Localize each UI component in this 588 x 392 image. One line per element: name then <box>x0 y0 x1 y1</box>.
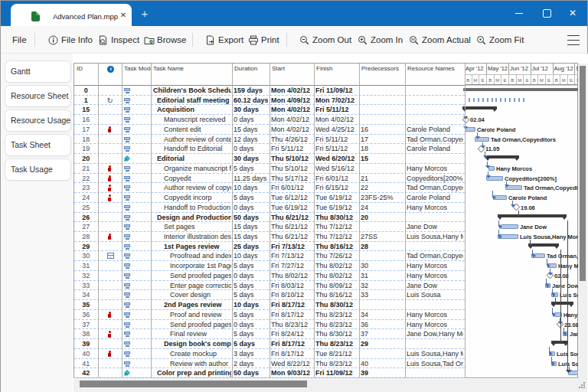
task-finish: Wed 5/16/12 <box>315 164 358 173</box>
column-header-Task Name[interactable]: Task Name <box>152 64 232 86</box>
task-predecessors: 31 <box>361 271 403 280</box>
task-bar[interactable] <box>501 224 518 229</box>
sidebar-item-resource-sheet[interactable]: Resource Sheet <box>5 85 71 107</box>
horizontal-scrollbar[interactable] <box>74 379 587 392</box>
task-start: Mon 4/02/12 <box>271 105 312 114</box>
main-area: IDiTask ModeTask NameDurationStartFinish… <box>73 54 588 392</box>
recurring-task-bar[interactable] <box>469 98 470 102</box>
zoom-fit-icon <box>476 35 486 45</box>
dependency-arrow <box>547 263 550 268</box>
task-duration: 159 days <box>234 86 268 95</box>
minimize-button[interactable] <box>513 7 525 19</box>
sidebar-item-gantt[interactable]: Gantt <box>5 60 71 83</box>
summary-bar[interactable] <box>462 106 497 109</box>
dependency-arrow <box>517 214 521 217</box>
task-start: Fri 7/13/12 <box>271 242 312 251</box>
recurring-task-bar[interactable] <box>473 98 475 102</box>
task-start: Fri 8/10/12 <box>271 290 312 299</box>
close-button[interactable]: ✕ <box>567 7 579 19</box>
vertical-scrollbar[interactable] <box>578 64 587 379</box>
toolbar: FileFile InfoInspectBrowseExportPrintZoo… <box>1 26 587 54</box>
task-id: 30 <box>76 251 96 260</box>
export-button[interactable]: Export <box>205 26 243 54</box>
resize-grip[interactable] <box>578 381 586 389</box>
recurring-task-bar[interactable] <box>523 98 524 102</box>
task-name: Incorporate 1st Pages <box>170 261 231 270</box>
recurring-task-bar[interactable] <box>482 98 484 102</box>
task-predecessors: 21 <box>361 174 403 183</box>
column-header-info[interactable]: i <box>99 64 122 86</box>
task-duration: 10 days <box>234 300 268 309</box>
task-name: Editorial <box>157 154 231 163</box>
task-start: Fri 8/17/12 <box>271 339 312 348</box>
sidebar-item-resource-usage[interactable]: Resource Usage <box>5 109 71 132</box>
menu-button[interactable] <box>567 34 580 45</box>
recurring-task-bar[interactable] <box>478 98 479 102</box>
task-finish: Thu 7/12/12 <box>315 232 358 241</box>
horizontal-scrollbar-thumb[interactable] <box>80 381 307 387</box>
vertical-scrollbar-thumb[interactable] <box>580 66 586 281</box>
column-header-Task Mode[interactable]: Task Mode <box>122 64 151 86</box>
task-resources <box>407 242 463 251</box>
recurring-task-bar[interactable] <box>492 98 493 102</box>
recurring-task-bar[interactable] <box>495 98 497 102</box>
task-id: 33 <box>76 281 96 290</box>
zoom-in-button[interactable]: Zoom In <box>358 26 403 54</box>
summary-bar[interactable] <box>498 214 567 217</box>
inspect-icon <box>98 35 108 45</box>
recurring-task-bar[interactable] <box>500 98 501 102</box>
project-summary-bar[interactable] <box>463 88 580 91</box>
task-duration: 11.25 days <box>234 174 268 183</box>
summary-bar[interactable] <box>485 155 519 158</box>
task-duration: 5 days <box>234 329 268 338</box>
print-button[interactable]: Print <box>248 26 279 54</box>
sidebar-item-task-sheet[interactable]: Task Sheet <box>5 134 71 156</box>
task-predecessors <box>361 105 403 114</box>
column-header-Finish[interactable]: Finish <box>315 64 359 86</box>
zoom-actual-button[interactable]: Zoom Actual <box>409 26 471 54</box>
column-header-Duration[interactable]: Duration <box>233 64 270 86</box>
task-id: 32 <box>76 271 96 280</box>
task-finish: Thu 8/02/12 <box>315 271 358 280</box>
task-predecessors: 29 <box>361 339 403 348</box>
column-header-Predecessors[interactable]: Predecessors <box>360 64 405 86</box>
auto-scheduled-icon <box>124 283 131 289</box>
recurring-task-bar[interactable] <box>509 98 511 102</box>
column-header-ID[interactable]: ID <box>75 64 98 86</box>
task-resources <box>407 213 463 222</box>
tab-close-icon[interactable]: ✕ <box>117 9 129 21</box>
document-tab[interactable]: Advanced Plan.mpp ✕ <box>11 4 132 26</box>
maximize-button[interactable] <box>541 7 553 19</box>
recurring-task-bar[interactable] <box>514 98 515 102</box>
task-id: 27 <box>76 222 96 231</box>
summary-bar[interactable] <box>528 243 559 247</box>
manually-scheduled-icon <box>124 155 131 162</box>
task-duration: 30 days <box>234 154 268 163</box>
task-id: 36 <box>76 310 96 319</box>
task-finish: Tue 6/19/12 <box>315 203 358 212</box>
dependency-arrow <box>552 361 555 366</box>
task-resources: Hany Morcos <box>407 310 463 319</box>
column-header-Start[interactable]: Start <box>270 64 314 86</box>
task-finish: Thu 8/30/12 <box>315 213 358 222</box>
recurring-task-bar[interactable] <box>505 98 506 102</box>
inspect-button[interactable]: Inspect <box>98 26 139 54</box>
zoom-fit-button[interactable]: Zoom Fit <box>476 26 524 54</box>
task-resources: Hany Morcos <box>407 271 463 280</box>
file-info-button[interactable]: File Info <box>48 26 93 54</box>
file-button[interactable]: File <box>12 26 27 54</box>
auto-scheduled-icon <box>124 214 131 220</box>
zoom-out-button[interactable]: Zoom Out <box>299 26 351 54</box>
new-tab-button[interactable]: + <box>138 7 152 21</box>
recurring-task-bar[interactable] <box>518 98 520 102</box>
recurring-task-bar[interactable] <box>487 98 488 102</box>
column-header-Resource Names[interactable]: Resource Names <box>406 64 465 86</box>
auto-scheduled-icon <box>124 185 131 191</box>
browse-button[interactable]: Browse <box>144 26 186 54</box>
export-label: Export <box>218 35 243 44</box>
task-name: Proofread and index <box>170 251 231 260</box>
task-id: 29 <box>76 242 96 251</box>
sidebar-item-task-usage[interactable]: Task Usage <box>5 158 71 181</box>
gantt-bar-label: 23.08 <box>564 322 579 328</box>
task-predecessors: 37 <box>361 329 403 338</box>
